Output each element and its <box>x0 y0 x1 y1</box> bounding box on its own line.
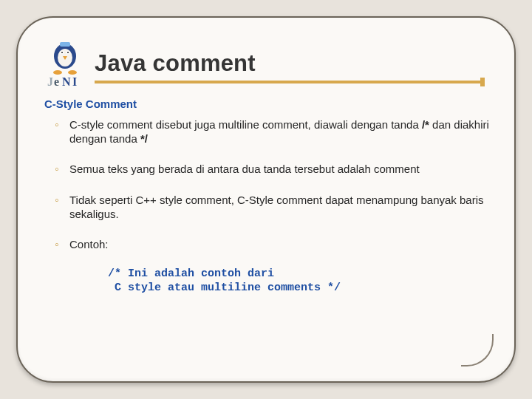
bullet-item: Tidak seperti C++ style comment, C-Style… <box>59 193 489 221</box>
bullet-bold-1: /* <box>422 118 429 131</box>
svg-rect-9 <box>60 42 70 47</box>
title-wrap: Java comment <box>95 40 489 83</box>
bullet-item: Semua teks yang berada di antara dua tan… <box>59 162 489 176</box>
svg-point-8 <box>68 70 77 75</box>
svg-text:e: e <box>54 75 59 88</box>
bullet-text: Tidak seperti C++ style comment, C-Style… <box>69 194 484 220</box>
svg-text:I: I <box>72 75 77 88</box>
corner-ornament <box>461 334 494 366</box>
svg-point-7 <box>53 70 62 75</box>
bullet-text: Contoh: <box>69 238 109 250</box>
bullet-text: Semua teks yang berada di antara dua tan… <box>69 163 420 175</box>
bullet-text-pre: C-style comment disebut juga multiline c… <box>69 118 422 131</box>
header-row: J e N I Java comment <box>43 40 489 90</box>
svg-text:J: J <box>47 75 53 88</box>
jeni-logo-svg: J e N I <box>43 40 86 90</box>
title-underline <box>95 81 483 83</box>
jeni-logo: J e N I <box>43 40 86 90</box>
bullet-item: C-style comment disebut juga multiline c… <box>59 117 489 146</box>
bullet-list: C-style comment disebut juga multiline c… <box>43 117 489 251</box>
svg-point-5 <box>67 52 69 53</box>
slide-title: Java comment <box>95 50 489 77</box>
slide-subtitle: C-Style Comment <box>44 98 489 110</box>
svg-point-4 <box>61 52 63 53</box>
code-example: /* Ini adalah contoh dari C style atau m… <box>108 267 489 296</box>
svg-text:N: N <box>62 75 71 88</box>
slide-frame: J e N I Java comment C-Style Comment C-s… <box>16 16 516 383</box>
bullet-bold-2: */ <box>140 132 148 145</box>
bullet-item: Contoh: <box>59 237 489 251</box>
